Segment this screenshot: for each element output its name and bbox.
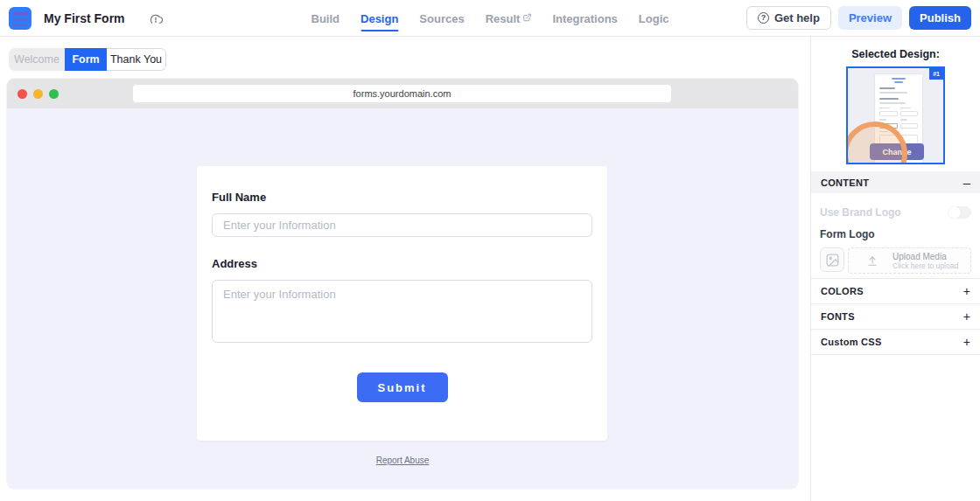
minimize-window-icon	[33, 89, 43, 99]
use-brand-logo-label: Use Brand Logo	[820, 206, 901, 219]
tab-result[interactable]: Result	[486, 0, 532, 37]
expand-icon: +	[963, 310, 970, 324]
design-canvas-area: Welcome Form Thank You forms.yourdomain.…	[0, 37, 810, 501]
question-circle-icon: ?	[758, 12, 769, 24]
field-label-full-name: Full Name	[212, 191, 592, 204]
tab-sources[interactable]: Sources	[419, 0, 464, 37]
url-bar: forms.yourdomain.com	[133, 85, 671, 102]
design-number-badge: #1	[929, 68, 943, 80]
tab-design[interactable]: Design	[360, 0, 398, 37]
browser-mockup: forms.yourdomain.com Full Name Address S…	[7, 79, 798, 489]
external-link-icon	[522, 13, 531, 22]
app-logo-icon[interactable]	[9, 7, 32, 30]
tab-thankyou-page[interactable]: Thank You	[107, 48, 166, 71]
logo-placeholder	[820, 247, 844, 272]
upload-icon	[866, 254, 878, 267]
form-logo-label: Form Logo	[820, 228, 971, 240]
maximize-window-icon	[49, 89, 59, 99]
use-brand-logo-toggle[interactable]	[948, 206, 971, 219]
report-abuse-link[interactable]: Report Abuse	[376, 456, 430, 465]
app-header: My First Form Build Design Sources Resul…	[0, 0, 980, 37]
form-preview-canvas: Full Name Address Submit Report Abuse	[7, 108, 798, 489]
upload-hint-label: Click here to upload	[892, 261, 958, 270]
change-design-button[interactable]: Change	[870, 143, 924, 160]
tab-form-page[interactable]: Form	[65, 48, 107, 71]
cloud-sync-status-icon	[148, 10, 164, 26]
upload-media-dropzone[interactable]: Upload Media Click here to upload	[848, 247, 971, 274]
tab-welcome-page[interactable]: Welcome	[9, 48, 65, 71]
expand-icon: +	[963, 284, 970, 298]
header-actions: ? Get help Preview Publish	[746, 6, 971, 30]
section-header-colors[interactable]: COLORS +	[811, 278, 980, 303]
report-abuse-wrap: Report Abuse	[7, 451, 798, 467]
tab-logic[interactable]: Logic	[639, 0, 669, 37]
sidebar-sections: COLORS + FONTS + Custom CSS +	[811, 278, 980, 355]
image-icon	[825, 253, 840, 268]
form-title: My First Form	[44, 11, 125, 25]
content-section-body: Use Brand Logo Form Logo Upload Media C	[811, 193, 980, 278]
section-header-custom-css[interactable]: Custom CSS +	[811, 329, 980, 354]
use-brand-logo-row: Use Brand Logo	[820, 206, 971, 219]
publish-button[interactable]: Publish	[909, 6, 971, 30]
submit-button[interactable]: Submit	[357, 372, 448, 402]
preview-button[interactable]: Preview	[838, 6, 902, 30]
tab-integrations[interactable]: Integrations	[552, 0, 617, 37]
browser-chrome-bar: forms.yourdomain.com	[7, 79, 798, 108]
full-name-input[interactable]	[212, 213, 592, 237]
selected-design-thumbnail[interactable]: #1	[846, 66, 945, 164]
address-textarea[interactable]	[212, 280, 592, 343]
field-label-address: Address	[212, 257, 592, 270]
selected-design-thumbnail-wrap: #1	[846, 66, 945, 164]
section-header-content[interactable]: CONTENT –	[811, 171, 980, 193]
close-window-icon	[18, 89, 27, 99]
form-card: Full Name Address Submit	[197, 166, 607, 441]
page-step-tabs: Welcome Form Thank You	[9, 48, 166, 71]
top-nav: Build Design Sources Result Integrations…	[312, 0, 669, 37]
form-logo-upload-row: Upload Media Click here to upload	[820, 247, 971, 274]
selected-design-heading: Selected Design:	[811, 48, 980, 60]
traffic-lights	[18, 89, 59, 99]
section-header-fonts[interactable]: FONTS +	[811, 303, 980, 329]
get-help-button[interactable]: ? Get help	[746, 6, 831, 30]
collapse-icon: –	[963, 175, 970, 190]
design-sidebar: Selected Design: #1	[810, 37, 980, 501]
expand-icon: +	[963, 335, 970, 349]
upload-media-label: Upload Media	[892, 252, 958, 261]
tab-build[interactable]: Build	[312, 0, 340, 37]
